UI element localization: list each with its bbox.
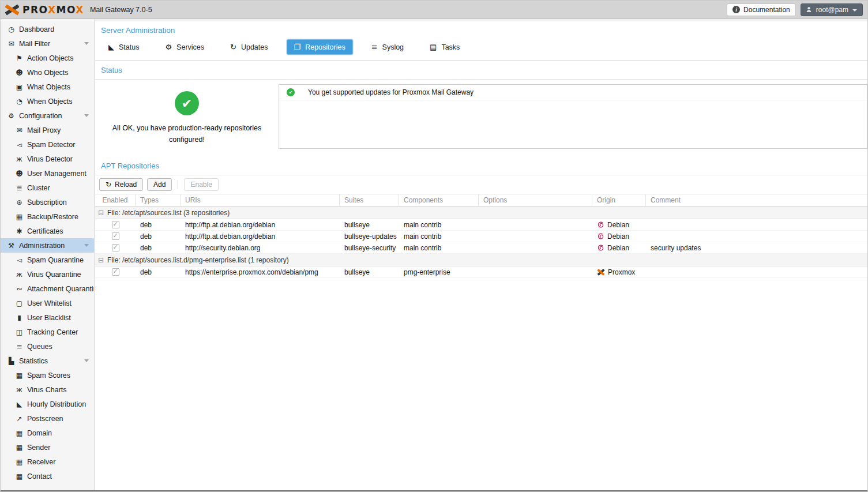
column-header-uris[interactable]: URIs — [181, 194, 340, 206]
brand-letter: X — [76, 4, 84, 16]
debian-icon — [597, 221, 604, 228]
repo-group-row[interactable]: ⊟File: /etc/apt/sources.list.d/pmg-enter… — [95, 254, 867, 266]
sidebar-item-virus-quarantine[interactable]: жVirus Quarantine — [1, 267, 94, 281]
sidebar-item-cluster[interactable]: ≣Cluster — [1, 181, 94, 195]
sidebar-item-user-blacklist[interactable]: ▮User Blacklist — [1, 310, 94, 325]
sidebar-item-tracking-center[interactable]: ◫Tracking Center — [1, 325, 94, 339]
enabled-checkbox[interactable] — [112, 244, 119, 251]
column-header-origin[interactable]: Origin — [592, 194, 646, 206]
proxmox-icon — [597, 268, 605, 276]
sidebar-item-label: Postscreen — [27, 415, 63, 423]
sidebar-item-virus-charts[interactable]: жVirus Charts — [1, 382, 94, 397]
bug-icon: ж — [14, 271, 24, 279]
sidebar-item-label: Who Objects — [27, 69, 69, 77]
table-row[interactable]: debhttp://ftp.at.debian.org/debianbullse… — [95, 219, 867, 231]
sidebar-item-domain[interactable]: ▦Domain — [1, 426, 94, 440]
product-name: Mail Gateway 7.0-5 — [90, 6, 152, 14]
collapse-icon[interactable]: ⊟ — [98, 256, 104, 264]
column-header-comment[interactable]: Comment — [646, 194, 867, 206]
sidebar-item-what-objects[interactable]: ▣What Objects — [1, 80, 94, 94]
sidebar-item-dashboard[interactable]: ◷Dashboard — [1, 22, 94, 36]
bug-icon: ж — [14, 155, 24, 163]
user-menu-button[interactable]: root@pam — [801, 3, 863, 16]
sidebar-item-attachment-quarantine[interactable]: ∾Attachment Quarantine — [1, 281, 94, 296]
file-solid-icon: ▮ — [14, 314, 24, 322]
collapse-icon[interactable]: ⊟ — [98, 209, 104, 217]
sidebar-item-hourly-distribution[interactable]: ◣Hourly Distribution — [1, 397, 94, 411]
origin-label: Proxmox — [608, 268, 635, 276]
sidebar-item-subscription[interactable]: ⊛Subscription — [1, 195, 94, 209]
documentation-button[interactable]: Documentation — [727, 3, 796, 16]
sidebar-item-user-management[interactable]: ☻User Management — [1, 166, 94, 181]
sidebar-item-receiver[interactable]: ▦Receiver — [1, 455, 94, 469]
sidebar-item-administration[interactable]: ⚒Administration — [1, 238, 94, 253]
column-header-options[interactable]: Options — [479, 194, 592, 206]
enabled-checkbox[interactable] — [112, 268, 119, 276]
sidebar-item-label: Attachment Quarantine — [27, 285, 95, 293]
sidebar-item-who-objects[interactable]: ☻Who Objects — [1, 65, 94, 80]
sidebar-item-backup-restore[interactable]: ▦Backup/Restore — [1, 209, 94, 224]
sidebar-item-label: Dashboard — [19, 25, 54, 33]
reload-button[interactable]: ↻ Reload — [99, 178, 143, 191]
column-header-enabled[interactable]: Enabled — [95, 194, 136, 206]
tab-services[interactable]: ⚙Services — [157, 39, 212, 55]
sidebar-item-queues[interactable]: ≡Queues — [1, 339, 94, 354]
debian-icon — [597, 244, 604, 251]
comment-cell: security updates — [646, 244, 867, 252]
users-icon: ☻ — [14, 170, 24, 178]
repositories-section-title: APT Repositories — [95, 156, 867, 175]
sidebar-item-sender[interactable]: ▦Sender — [1, 440, 94, 455]
sidebar-item-action-objects[interactable]: ⚑Action Objects — [1, 51, 94, 65]
sidebar-item-spam-scores[interactable]: ▦Spam Scores — [1, 368, 94, 382]
sidebar-item-statistics[interactable]: ▙Statistics — [1, 354, 94, 368]
table-row[interactable]: debhttps://enterprise.proxmox.com/debian… — [95, 266, 867, 278]
brand-letter: P — [22, 4, 31, 16]
tab-updates[interactable]: ↻Updates — [223, 39, 275, 55]
tab-status[interactable]: ◣Status — [101, 39, 146, 55]
sidebar-item-label: Certificates — [27, 227, 63, 235]
sidebar-item-postscreen[interactable]: ↗Postscreen — [1, 411, 94, 426]
list-alt-icon: ▤ — [430, 43, 437, 51]
sidebar-item-label: Tracking Center — [27, 328, 78, 336]
origin-label: Debian — [607, 232, 629, 241]
sidebar-item-spam-detector[interactable]: ◅Spam Detector — [1, 137, 94, 152]
brand-letter: X — [48, 4, 57, 16]
column-header-types[interactable]: Types — [136, 194, 181, 206]
enable-button[interactable]: Enable — [184, 178, 218, 191]
table-row[interactable]: debhttp://security.debian.orgbullseye-se… — [95, 242, 867, 254]
sidebar-item-when-objects[interactable]: ◔When Objects — [1, 94, 94, 108]
origin-cell: Debian — [592, 244, 646, 252]
flag-icon: ⚑ — [14, 54, 24, 62]
sidebar-item-configuration[interactable]: ⚙Configuration — [1, 108, 94, 123]
tab-repositories[interactable]: ❐Repositories — [287, 39, 353, 55]
clock-icon: ◔ — [14, 97, 24, 106]
tab-syslog[interactable]: ≡Syslog — [364, 39, 411, 55]
debian-icon — [597, 232, 604, 240]
sidebar-item-contact[interactable]: ▦Contact — [1, 469, 94, 483]
user-circle-icon: ☻ — [14, 69, 24, 77]
column-header-suites[interactable]: Suites — [340, 194, 399, 206]
sidebar-item-virus-detector[interactable]: жVirus Detector — [1, 152, 94, 166]
sidebar-item-spam-quarantine[interactable]: ◅Spam Quarantine — [1, 253, 94, 267]
sidebar-item-user-whitelist[interactable]: ▢User Whitelist — [1, 296, 94, 310]
sidebar-item-mail-proxy[interactable]: ✉Mail Proxy — [1, 123, 94, 137]
dashboard-icon: ◷ — [6, 25, 16, 33]
enabled-cell — [95, 232, 136, 240]
repo-group-row[interactable]: ⊟File: /etc/apt/sources.list (3 reposito… — [95, 206, 867, 219]
add-button[interactable]: Add — [147, 178, 172, 191]
add-label: Add — [153, 181, 166, 189]
origin-cell: Debian — [592, 232, 646, 241]
table-row[interactable]: debhttp://ftp.at.debian.org/debianbullse… — [95, 231, 867, 242]
chevron-down-icon — [84, 114, 89, 117]
save-icon: ▦ — [14, 213, 24, 221]
column-header-components[interactable]: Components — [399, 194, 479, 206]
status-list-row[interactable]: You get supported updates for Proxmox Ma… — [279, 85, 867, 100]
tab-label: Tasks — [441, 43, 460, 51]
tab-tasks[interactable]: ▤Tasks — [422, 39, 467, 55]
sidebar-item-certificates[interactable]: ✱Certificates — [1, 224, 94, 238]
page-title: Server Administration — [95, 21, 867, 39]
list-icon: ≡ — [14, 343, 24, 351]
enabled-checkbox[interactable] — [112, 232, 119, 240]
enabled-checkbox[interactable] — [112, 221, 119, 228]
sidebar-item-mail-filter[interactable]: ✉Mail Filter — [1, 36, 94, 51]
